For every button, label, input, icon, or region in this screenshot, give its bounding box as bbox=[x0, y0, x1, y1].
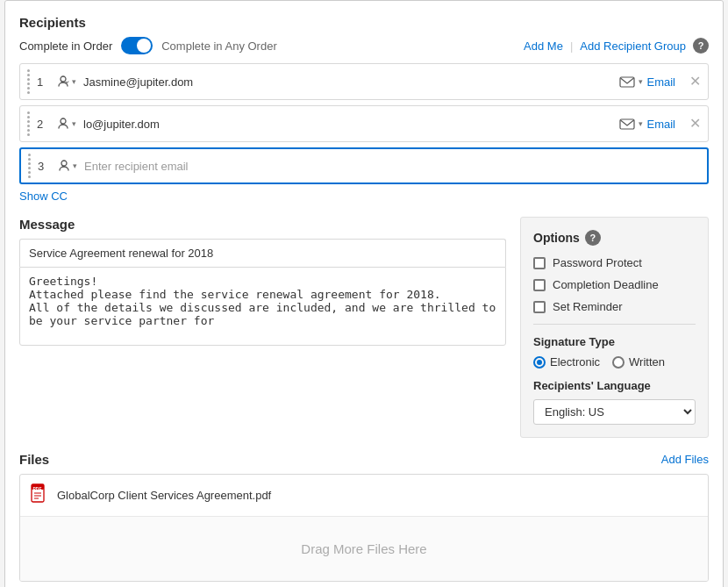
recipient-email-input-2[interactable] bbox=[83, 118, 612, 131]
options-title: Options ? bbox=[533, 230, 696, 246]
message-subject-input[interactable] bbox=[19, 239, 506, 267]
email-type-label-1: Email bbox=[646, 75, 675, 89]
signer-chevron-1: ▾ bbox=[72, 77, 76, 86]
password-protect-option: Password Protect bbox=[533, 256, 696, 269]
email-icon-2 bbox=[619, 118, 635, 130]
add-me-link[interactable]: Add Me bbox=[524, 39, 563, 53]
sig-electronic-option[interactable]: Electronic bbox=[533, 355, 600, 369]
complete-any-order-label: Complete in Any Order bbox=[161, 39, 277, 53]
options-divider bbox=[533, 324, 696, 325]
drag-zone[interactable]: Drag More Files Here bbox=[20, 517, 708, 581]
recipients-language-title: Recipients' Language bbox=[533, 379, 696, 392]
signer-dropdown-1[interactable]: ▾ bbox=[56, 75, 76, 89]
svg-text:PDF: PDF bbox=[33, 486, 42, 491]
remove-recipient-1[interactable]: ✕ bbox=[689, 75, 701, 89]
files-title: Files bbox=[19, 452, 49, 467]
email-icon-1 bbox=[619, 76, 635, 88]
options-panel: Options ? Password Protect Completion De… bbox=[520, 217, 709, 438]
files-section: Files Add Files PDF GlobalCorp Client Se… bbox=[19, 452, 709, 582]
svg-rect-0 bbox=[620, 77, 634, 87]
recipient-email-input-3[interactable] bbox=[84, 160, 700, 173]
remove-recipient-2[interactable]: ✕ bbox=[689, 117, 701, 131]
recipients-title: Recipients bbox=[19, 15, 709, 30]
password-protect-label: Password Protect bbox=[553, 256, 642, 269]
drag-handle-2[interactable] bbox=[27, 111, 30, 136]
sig-written-radio[interactable] bbox=[612, 356, 625, 369]
file-item-1: PDF GlobalCorp Client Services Agreement… bbox=[20, 475, 708, 517]
signature-options: Electronic Written bbox=[533, 355, 696, 369]
complete-order-left: Complete in Order Complete in Any Order bbox=[19, 37, 277, 54]
completion-deadline-label: Completion Deadline bbox=[553, 278, 659, 291]
email-type-1[interactable]: ▾ Email bbox=[619, 75, 675, 89]
files-container: PDF GlobalCorp Client Services Agreement… bbox=[19, 474, 709, 582]
message-left: Message Greetings! Attached please find … bbox=[19, 217, 506, 438]
add-recipient-group-link[interactable]: Add Recipient Group bbox=[580, 39, 686, 53]
recipient-row-3: 3 ▾ bbox=[19, 147, 709, 184]
files-header: Files Add Files bbox=[19, 452, 709, 467]
file-name-1: GlobalCorp Client Services Agreement.pdf bbox=[57, 489, 271, 502]
set-reminder-label: Set Reminder bbox=[553, 300, 622, 313]
password-protect-checkbox[interactable] bbox=[533, 257, 546, 269]
complete-order-right: Add Me | Add Recipient Group ? bbox=[524, 38, 709, 54]
recipient-row-1: 1 ▾ ▾ Email ✕ bbox=[19, 63, 709, 100]
signer-chevron-2: ▾ bbox=[72, 119, 76, 128]
drag-handle-3[interactable] bbox=[28, 154, 31, 178]
recipients-help-icon[interactable]: ? bbox=[693, 38, 709, 54]
email-type-label-2: Email bbox=[646, 118, 675, 131]
main-container: Recipients Complete in Order Complete in… bbox=[4, 0, 724, 587]
message-section: Message Greetings! Attached please find … bbox=[19, 217, 709, 438]
message-body-input[interactable]: Greetings! Attached please find the serv… bbox=[19, 267, 506, 346]
signer-dropdown-2[interactable]: ▾ bbox=[56, 117, 76, 131]
message-title: Message bbox=[19, 217, 506, 232]
row-number-3: 3 bbox=[38, 160, 50, 173]
completion-deadline-option: Completion Deadline bbox=[533, 278, 696, 291]
completion-deadline-checkbox[interactable] bbox=[533, 279, 546, 291]
recipient-row-2: 2 ▾ ▾ Email ✕ bbox=[19, 105, 709, 142]
pdf-icon: PDF bbox=[31, 483, 48, 507]
email-type-2[interactable]: ▾ Email bbox=[619, 118, 675, 131]
recipient-email-input-1[interactable] bbox=[83, 75, 612, 89]
options-help-icon[interactable]: ? bbox=[585, 230, 601, 246]
complete-in-order-label: Complete in Order bbox=[19, 39, 112, 53]
svg-rect-1 bbox=[620, 119, 634, 129]
language-select[interactable]: English: US French German Spanish Japane… bbox=[533, 399, 696, 425]
row-number-1: 1 bbox=[37, 75, 49, 89]
sig-electronic-radio[interactable] bbox=[533, 356, 546, 369]
complete-order-bar: Complete in Order Complete in Any Order … bbox=[19, 37, 709, 54]
drag-handle-1[interactable] bbox=[27, 69, 30, 94]
sig-electronic-label: Electronic bbox=[550, 355, 600, 369]
sig-written-label: Written bbox=[629, 355, 665, 369]
set-reminder-checkbox[interactable] bbox=[533, 301, 546, 313]
signer-dropdown-3[interactable]: ▾ bbox=[57, 159, 77, 173]
signer-chevron-3: ▾ bbox=[73, 161, 77, 170]
show-cc-link[interactable]: Show CC bbox=[19, 190, 68, 203]
complete-in-order-toggle[interactable] bbox=[121, 37, 153, 54]
row-number-2: 2 bbox=[37, 118, 49, 131]
add-files-link[interactable]: Add Files bbox=[661, 453, 709, 466]
sig-written-option[interactable]: Written bbox=[612, 355, 665, 369]
signature-type-title: Signature Type bbox=[533, 335, 696, 348]
set-reminder-option: Set Reminder bbox=[533, 300, 696, 313]
